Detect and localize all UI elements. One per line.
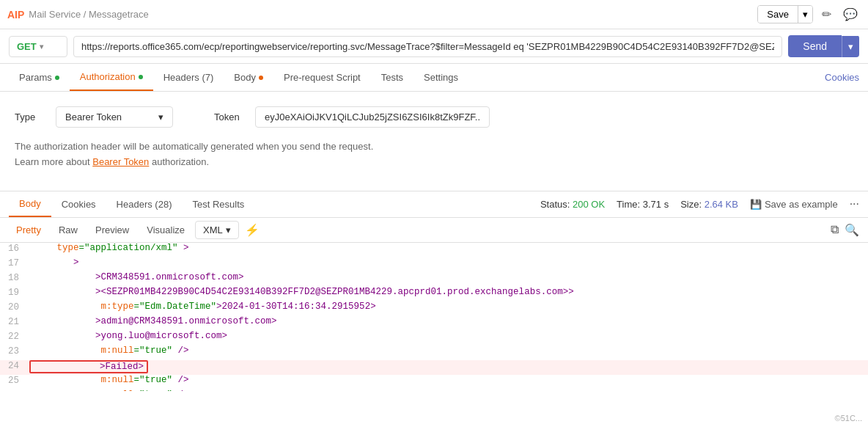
- resp-tab-headers[interactable]: Headers (28): [106, 192, 183, 216]
- send-dropdown-arrow[interactable]: ▾: [842, 36, 859, 57]
- footer: ©51C...: [829, 412, 868, 424]
- fmt-preview-label: Preview: [95, 224, 129, 235]
- url-input[interactable]: [73, 36, 782, 57]
- save-example-button[interactable]: 💾 Save as example: [750, 199, 838, 210]
- save-btn-group: Save ▾: [757, 5, 813, 23]
- response-tabs-bar: Body Cookies Headers (28) Test Results S…: [0, 191, 868, 218]
- table-row: 17 >: [0, 257, 868, 272]
- search-button[interactable]: 🔍: [845, 223, 859, 237]
- token-input[interactable]: [255, 106, 490, 128]
- xml-arrow: ▾: [226, 224, 231, 235]
- send-button[interactable]: Send: [788, 35, 842, 57]
- table-row: 19 ><SEZPR01MB4229B90C4D54C2E93140B392FF…: [0, 287, 868, 301]
- type-arrow: ▾: [158, 112, 163, 123]
- app-logo: AIP: [7, 9, 24, 21]
- format-bar-right: ⧉ 🔍: [831, 223, 859, 237]
- fmt-visualize-label: Visualize: [147, 224, 185, 235]
- tab-params[interactable]: Params: [9, 65, 70, 90]
- size-label: Size: 2.64 KB: [680, 199, 738, 210]
- tab-authorization-dot: [139, 75, 143, 79]
- line-number: 17: [0, 257, 29, 268]
- auth-info: The authorization header will be automat…: [15, 139, 381, 170]
- line-content: m:null="true" />: [29, 375, 868, 385]
- table-row: 25 m:null="true" />: [0, 375, 868, 390]
- resp-tab-testresults-label: Test Results: [192, 199, 244, 210]
- save-icon: 💾: [750, 199, 762, 210]
- tab-settings[interactable]: Settings: [413, 65, 468, 90]
- filter-icon[interactable]: ⚡: [245, 223, 260, 237]
- edit-icon[interactable]: ✏: [819, 4, 834, 24]
- tab-headers[interactable]: Headers (7): [153, 65, 224, 90]
- fmt-preview[interactable]: Preview: [88, 222, 136, 238]
- auth-info-text2: authorization.: [149, 156, 209, 167]
- fmt-visualize[interactable]: Visualize: [139, 222, 192, 238]
- tab-prerequest[interactable]: Pre-request Script: [273, 65, 371, 90]
- line-content: >yong.luo@microsoft.com>: [29, 331, 868, 341]
- resp-tab-cookies-label: Cookies: [62, 199, 96, 210]
- line-number: 26: [0, 390, 29, 391]
- line-content: >: [29, 257, 868, 268]
- type-value: Bearer Token: [65, 112, 122, 123]
- tab-prerequest-label: Pre-request Script: [284, 72, 361, 83]
- size-value: 2.64 KB: [705, 199, 738, 210]
- breadcrumb-title: Messagetrace: [89, 9, 149, 20]
- token-label: Token: [214, 112, 243, 123]
- tab-settings-label: Settings: [424, 72, 458, 83]
- tab-tests[interactable]: Tests: [371, 65, 413, 90]
- table-row: 26 m:null="true" />: [0, 390, 868, 391]
- line-content: >Failed>: [29, 360, 868, 373]
- url-bar: GET ▾ Send ▾: [0, 29, 868, 64]
- breadcrumb-sep: /: [84, 9, 87, 20]
- time-label: Time: 3.71 s: [617, 199, 669, 210]
- resp-tab-cookies[interactable]: Cookies: [51, 192, 106, 216]
- resp-tab-testresults[interactable]: Test Results: [182, 192, 254, 216]
- fmt-pretty[interactable]: Pretty: [9, 222, 48, 238]
- top-bar-right: Save ▾ ✏ 💬: [757, 4, 861, 24]
- line-number: 19: [0, 287, 29, 298]
- table-row: 21 >admin@CRM348591.onmicrosoft.com>: [0, 316, 868, 331]
- tab-authorization[interactable]: Authorization: [70, 64, 153, 91]
- auth-content: Type Bearer Token ▾ Token The authorizat…: [0, 92, 868, 185]
- cookies-link[interactable]: Cookies: [825, 65, 859, 90]
- line-content: >admin@CRM348591.onmicrosoft.com>: [29, 316, 868, 326]
- type-selector[interactable]: Bearer Token ▾: [56, 106, 173, 128]
- tabs-bar-right: Cookies: [825, 72, 859, 83]
- table-row: 18 >CRM348591.onmicrosoft.com>: [0, 272, 868, 287]
- tab-authorization-label: Authorization: [80, 71, 136, 82]
- tab-body-dot: [259, 76, 263, 80]
- copy-button[interactable]: ⧉: [831, 223, 839, 237]
- more-options-button[interactable]: ···: [850, 197, 859, 211]
- xml-label: XML: [203, 224, 223, 235]
- bearer-token-link[interactable]: Bearer Token: [92, 156, 149, 167]
- tab-tests-label: Tests: [381, 72, 403, 83]
- tab-params-dot: [55, 76, 59, 80]
- resp-tab-headers-label: Headers (28): [117, 199, 172, 210]
- method-label: GET: [17, 41, 37, 52]
- line-number: 22: [0, 331, 29, 342]
- table-row: 20 m:type="Edm.DateTime">2024-01-30T14:1…: [0, 301, 868, 316]
- save-dropdown-arrow[interactable]: ▾: [798, 6, 812, 23]
- line-content: ><SEZPR01MB4229B90C4D54C2E93140B392FF7D2…: [29, 287, 868, 297]
- xml-format-select[interactable]: XML ▾: [195, 221, 239, 239]
- tab-body-label: Body: [234, 72, 256, 83]
- table-row: 24 >Failed>: [0, 360, 868, 375]
- breadcrumb-service: Mail Service: [29, 9, 81, 20]
- format-bar: Pretty Raw Preview Visualize XML ▾ ⚡ ⧉ 🔍: [0, 218, 868, 243]
- fmt-raw-label: Raw: [59, 224, 78, 235]
- tab-headers-label: Headers (7): [163, 72, 214, 83]
- line-number: 16: [0, 243, 29, 254]
- table-row: 23 m:null="true" />: [0, 346, 868, 360]
- line-number: 24: [0, 360, 29, 371]
- comment-icon[interactable]: 💬: [840, 4, 861, 24]
- resp-tab-body[interactable]: Body: [9, 191, 51, 217]
- line-content: m:type="Edm.DateTime">2024-01-30T14:16:3…: [29, 301, 868, 312]
- time-value: 3.71 s: [643, 199, 669, 210]
- save-example-label: Save as example: [765, 199, 838, 210]
- save-button[interactable]: Save: [758, 6, 798, 23]
- line-number: 21: [0, 316, 29, 327]
- method-selector[interactable]: GET ▾: [9, 36, 67, 57]
- table-row: 22 >yong.luo@microsoft.com>: [0, 331, 868, 346]
- tab-body[interactable]: Body: [224, 65, 273, 90]
- response-meta: Status: 200 OK Time: 3.71 s Size: 2.64 K…: [540, 197, 859, 211]
- fmt-raw[interactable]: Raw: [51, 222, 85, 238]
